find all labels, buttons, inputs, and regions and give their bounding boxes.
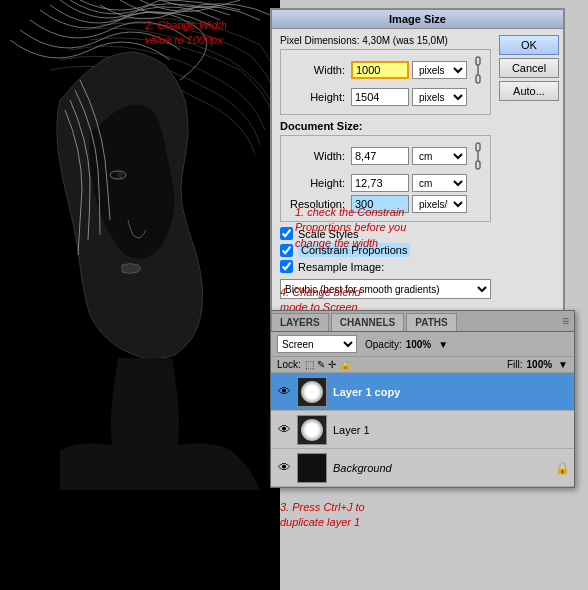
lock-all-icon[interactable]: 🔒 bbox=[339, 359, 351, 370]
ok-button[interactable]: OK bbox=[499, 35, 559, 55]
fill-label: Fill: bbox=[507, 359, 523, 370]
lock-label: Lock: bbox=[277, 359, 301, 370]
dialog-buttons: OK Cancel Auto... bbox=[499, 35, 559, 302]
svg-rect-6 bbox=[476, 143, 480, 151]
layer-name: Background bbox=[333, 462, 555, 474]
chain-link-icon bbox=[471, 55, 485, 85]
opacity-label: Opacity: bbox=[365, 339, 402, 350]
doc-width-label: Width: bbox=[286, 150, 351, 162]
svg-rect-8 bbox=[476, 161, 480, 169]
doc-height-unit[interactable]: cm bbox=[412, 174, 467, 192]
layer-row[interactable]: 👁 Background 🔒 bbox=[271, 449, 574, 487]
tab-paths[interactable]: PATHS bbox=[406, 313, 456, 331]
fill-value: 100% bbox=[527, 359, 553, 370]
blend-mode-select[interactable]: Screen bbox=[277, 335, 357, 353]
doc-width-unit[interactable]: cm bbox=[412, 147, 467, 165]
lock-transparent-icon[interactable]: ⬚ bbox=[305, 359, 314, 370]
svg-rect-5 bbox=[476, 75, 480, 83]
opacity-arrow[interactable]: ▼ bbox=[438, 339, 448, 350]
layer-row[interactable]: 👁 Layer 1 bbox=[271, 411, 574, 449]
width-input[interactable] bbox=[351, 61, 409, 79]
resample-label: Resample Image: bbox=[298, 261, 384, 273]
fill-arrow[interactable]: ▼ bbox=[558, 359, 568, 370]
blend-opacity-row: Screen Opacity: 100% ▼ bbox=[271, 332, 574, 357]
visibility-icon[interactable]: 👁 bbox=[275, 459, 293, 477]
doc-width-input[interactable] bbox=[351, 147, 409, 165]
photo-area bbox=[0, 0, 280, 590]
tab-channels[interactable]: CHANNELS bbox=[331, 313, 405, 331]
constrain-proportions-checkbox[interactable] bbox=[280, 244, 293, 257]
height-input[interactable] bbox=[351, 88, 409, 106]
layer-lock-icon: 🔒 bbox=[555, 461, 570, 475]
width-unit-select[interactable]: pixels bbox=[412, 61, 467, 79]
dialog-title-text: Image Size bbox=[389, 13, 446, 25]
scale-styles-checkbox[interactable] bbox=[280, 227, 293, 240]
svg-point-2 bbox=[117, 172, 123, 178]
annotation-ctrl-j: 3. Press Ctrl+J to duplicate layer 1 bbox=[280, 500, 460, 531]
layers-list: 👁 Layer 1 copy 👁 Layer 1 👁 Background 🔒 bbox=[271, 373, 574, 487]
doc-height-input[interactable] bbox=[351, 174, 409, 192]
resample-checkbox[interactable] bbox=[280, 260, 293, 273]
layer-name: Layer 1 copy bbox=[333, 386, 570, 398]
lock-pixels-icon[interactable]: ✎ bbox=[317, 359, 325, 370]
width-label: Width: bbox=[286, 64, 351, 76]
doc-size-label: Document Size: bbox=[280, 120, 491, 132]
layer-name: Layer 1 bbox=[333, 424, 570, 436]
annotation-constrain: 1. check the Constrain Proportions befor… bbox=[295, 205, 495, 251]
pixel-dimensions-section: Pixel Dimensions: 4,30M (was 15,0M) Widt… bbox=[280, 35, 491, 115]
height-unit-select[interactable]: pixels bbox=[412, 88, 467, 106]
visibility-icon[interactable]: 👁 bbox=[275, 383, 293, 401]
panel-menu-icon[interactable]: ≡ bbox=[557, 311, 574, 331]
layers-panel: LAYERS CHANNELS PATHS ≡ Screen Opacity: … bbox=[270, 310, 575, 488]
dialog-titlebar: Image Size bbox=[272, 10, 563, 29]
layer-row[interactable]: 👁 Layer 1 copy bbox=[271, 373, 574, 411]
height-label: Height: bbox=[286, 91, 351, 103]
cancel-button[interactable]: Cancel bbox=[499, 58, 559, 78]
layer-thumbnail bbox=[297, 377, 327, 407]
lock-icons-group: ⬚ ✎ ✛ 🔒 bbox=[305, 359, 351, 370]
layers-tab-bar: LAYERS CHANNELS PATHS ≡ bbox=[271, 311, 574, 332]
lock-fill-row: Lock: ⬚ ✎ ✛ 🔒 Fill: 100% ▼ bbox=[271, 357, 574, 373]
layer-thumbnail bbox=[297, 453, 327, 483]
opacity-value: 100% bbox=[406, 339, 432, 350]
annotation-change-width: 2. Change Width value to 1000px bbox=[145, 18, 265, 49]
visibility-icon[interactable]: 👁 bbox=[275, 421, 293, 439]
layer-thumbnail bbox=[297, 415, 327, 445]
svg-rect-3 bbox=[476, 57, 480, 65]
tab-layers[interactable]: LAYERS bbox=[271, 313, 329, 331]
pixel-dim-label: Pixel Dimensions: 4,30M (was 15,0M) bbox=[280, 35, 491, 46]
doc-height-label: Height: bbox=[286, 177, 351, 189]
chain-link-icon-2 bbox=[471, 141, 485, 171]
lock-position-icon[interactable]: ✛ bbox=[328, 359, 336, 370]
auto-button[interactable]: Auto... bbox=[499, 81, 559, 101]
image-size-dialog: Image Size Pixel Dimensions: 4,30M (was … bbox=[270, 8, 565, 312]
